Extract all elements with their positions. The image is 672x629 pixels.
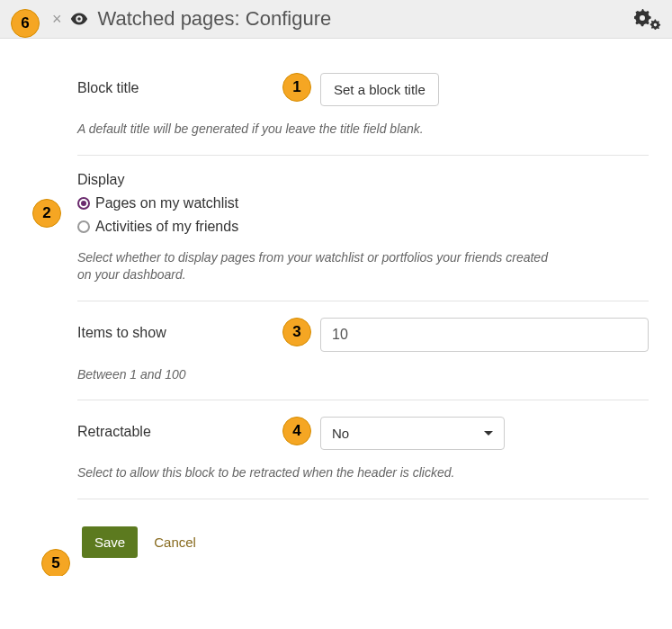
retractable-help: Select to allow this block to be retract… bbox=[77, 464, 649, 482]
radio-dot-icon bbox=[77, 220, 90, 233]
display-label: Display bbox=[77, 172, 320, 188]
modal-header: × Watched pages: Configure bbox=[0, 0, 672, 39]
radio-friends-label: Activities of my friends bbox=[95, 219, 238, 235]
cancel-link[interactable]: Cancel bbox=[154, 535, 196, 550]
set-block-title-button[interactable]: Set a block title bbox=[320, 73, 439, 106]
radio-friends[interactable]: Activities of my friends bbox=[77, 219, 649, 235]
display-help: Select whether to display pages from you… bbox=[77, 249, 554, 284]
items-to-show-help: Between 1 and 100 bbox=[77, 366, 649, 384]
callout-2: 2 bbox=[32, 199, 61, 228]
radio-watchlist[interactable]: Pages on my watchlist bbox=[77, 195, 649, 211]
save-button[interactable]: Save bbox=[82, 526, 138, 558]
gear-icon[interactable] bbox=[634, 7, 663, 31]
callout-6: 6 bbox=[11, 9, 40, 38]
radio-watchlist-label: Pages on my watchlist bbox=[95, 195, 238, 211]
chevron-down-icon bbox=[484, 431, 493, 436]
divider bbox=[77, 499, 649, 499]
radio-dot-icon bbox=[77, 197, 90, 210]
block-title-help: A default title will be generated if you… bbox=[77, 121, 649, 139]
page-title: Watched pages: Configure bbox=[98, 7, 332, 31]
eye-icon bbox=[69, 9, 89, 29]
callout-3: 3 bbox=[282, 318, 311, 346]
retractable-select[interactable]: No bbox=[320, 417, 505, 450]
retractable-value: No bbox=[332, 426, 349, 441]
items-to-show-input[interactable] bbox=[320, 318, 649, 352]
callout-1: 1 bbox=[282, 73, 311, 102]
callout-5: 5 bbox=[41, 549, 70, 576]
